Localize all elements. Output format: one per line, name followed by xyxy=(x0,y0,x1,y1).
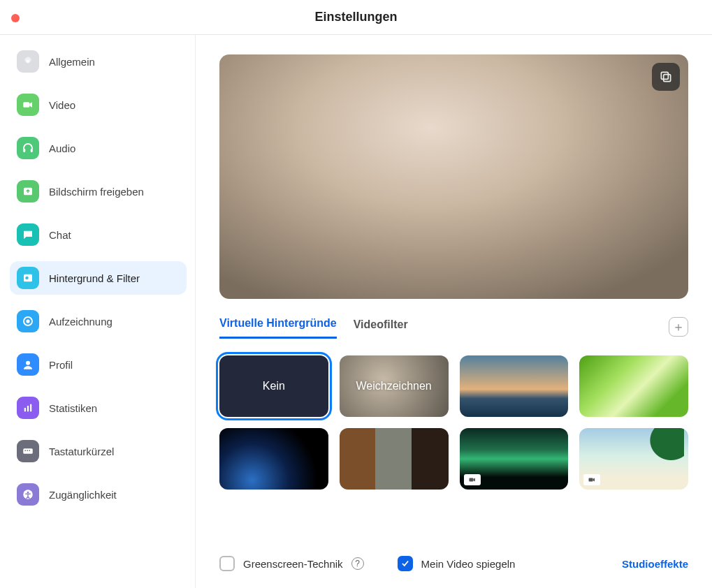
svg-rect-14 xyxy=(25,450,27,452)
chat-bubble-icon xyxy=(17,223,39,246)
tabs-row: Virtuelle Hintergründe Videofilter ＋ xyxy=(219,314,688,339)
profile-icon xyxy=(17,353,39,376)
sidebar-item-audio[interactable]: Audio xyxy=(10,131,187,165)
sidebar-item-label: Aufzeichnung xyxy=(49,316,112,328)
mirror-video-checkbox[interactable] xyxy=(398,556,413,571)
sidebar-item-label: Video xyxy=(49,99,75,111)
thumb-label: Kein xyxy=(263,380,285,392)
sidebar-item-video[interactable]: Video xyxy=(10,88,187,122)
svg-rect-22 xyxy=(589,478,593,482)
sidebar-item-label: Tastaturkürzel xyxy=(49,446,114,457)
sidebar-item-chat[interactable]: Chat xyxy=(10,218,187,251)
video-badge-icon xyxy=(464,474,481,485)
svg-point-9 xyxy=(26,361,30,365)
background-option-aurora[interactable] xyxy=(460,428,569,490)
background-thumbnails: Kein Weichzeichnen xyxy=(219,355,688,490)
svg-rect-11 xyxy=(27,406,29,411)
accessibility-icon xyxy=(17,483,39,506)
svg-point-8 xyxy=(26,319,29,323)
svg-rect-15 xyxy=(27,450,29,452)
tab-video-filter[interactable]: Videofilter xyxy=(354,316,408,338)
background-option-beach[interactable] xyxy=(579,428,688,490)
svg-rect-10 xyxy=(24,408,26,411)
background-option-none[interactable]: Kein xyxy=(219,355,328,417)
background-option-blur[interactable]: Weichzeichnen xyxy=(340,355,449,417)
sidebar-item-label: Statistiken xyxy=(49,402,97,414)
background-option-pets[interactable] xyxy=(340,428,449,490)
sidebar-item-general[interactable]: Allgemein xyxy=(10,45,187,78)
svg-rect-20 xyxy=(664,75,671,82)
svg-rect-16 xyxy=(29,450,31,452)
sidebar-item-label: Bildschirm freigeben xyxy=(49,186,144,198)
gear-icon xyxy=(17,50,39,73)
svg-rect-21 xyxy=(469,478,473,482)
add-background-button[interactable]: ＋ xyxy=(669,317,688,337)
sidebar-item-label: Allgemein xyxy=(49,56,95,68)
sidebar-item-label: Hintergrund & Filter xyxy=(49,272,140,284)
svg-rect-2 xyxy=(23,149,25,152)
svg-point-6 xyxy=(25,277,29,280)
greenscreen-label: Greenscreen-Technik xyxy=(243,558,343,570)
share-screen-icon xyxy=(17,180,39,203)
keyboard-icon xyxy=(17,440,39,462)
background-filter-icon xyxy=(17,267,39,289)
svg-rect-12 xyxy=(30,404,31,412)
sidebar-item-screen-share[interactable]: Bildschirm freigeben xyxy=(10,175,187,208)
thumb-label: Weichzeichnen xyxy=(356,380,432,392)
rotate-preview-button[interactable] xyxy=(652,63,680,91)
background-option-bridge[interactable] xyxy=(460,355,569,417)
sidebar-item-label: Profil xyxy=(49,359,73,371)
video-preview xyxy=(219,54,688,299)
record-icon xyxy=(17,310,39,332)
options-footer: Greenscreen-Technik ? Mein Video spiegel… xyxy=(219,542,688,571)
sidebar-item-statistics[interactable]: Statistiken xyxy=(10,391,187,425)
sidebar-item-background-filter[interactable]: Hintergrund & Filter xyxy=(10,261,187,295)
tab-virtual-backgrounds[interactable]: Virtuelle Hintergründe xyxy=(219,314,337,339)
greenscreen-help-icon[interactable]: ? xyxy=(351,557,364,570)
plus-icon: ＋ xyxy=(672,321,685,333)
svg-rect-3 xyxy=(31,149,33,152)
svg-rect-1 xyxy=(23,102,29,108)
sidebar-item-label: Chat xyxy=(49,229,71,241)
main-panel: Virtuelle Hintergründe Videofilter ＋ Kei… xyxy=(196,35,712,588)
video-badge-icon xyxy=(583,474,600,485)
studio-effects-link[interactable]: Studioeffekte xyxy=(622,558,688,570)
check-icon xyxy=(400,559,410,568)
greenscreen-checkbox[interactable] xyxy=(219,556,235,571)
sidebar-item-accessibility[interactable]: Zugänglichkeit xyxy=(10,478,187,511)
svg-rect-19 xyxy=(661,72,668,79)
bar-chart-icon xyxy=(17,397,39,419)
background-option-grass[interactable] xyxy=(579,355,688,417)
sidebar-item-label: Audio xyxy=(49,142,75,154)
close-window-icon[interactable] xyxy=(11,14,20,22)
window-title: Einstellungen xyxy=(0,10,712,24)
background-option-earth[interactable] xyxy=(219,428,328,490)
headphones-icon xyxy=(17,137,39,159)
video-camera-icon xyxy=(17,94,39,116)
sidebar: Allgemein Video Audio Bildschirm freigeb… xyxy=(0,35,196,588)
sidebar-item-label: Zugänglichkeit xyxy=(49,489,117,501)
sidebar-item-keyboard-shortcuts[interactable]: Tastaturkürzel xyxy=(10,434,187,468)
sidebar-item-recording[interactable]: Aufzeichnung xyxy=(10,304,187,338)
sidebar-item-profile[interactable]: Profil xyxy=(10,348,187,381)
titlebar: Einstellungen xyxy=(0,0,712,35)
window-controls[interactable] xyxy=(11,14,20,22)
mirror-video-label: Mein Video spiegeln xyxy=(421,558,516,570)
svg-point-18 xyxy=(27,492,29,494)
